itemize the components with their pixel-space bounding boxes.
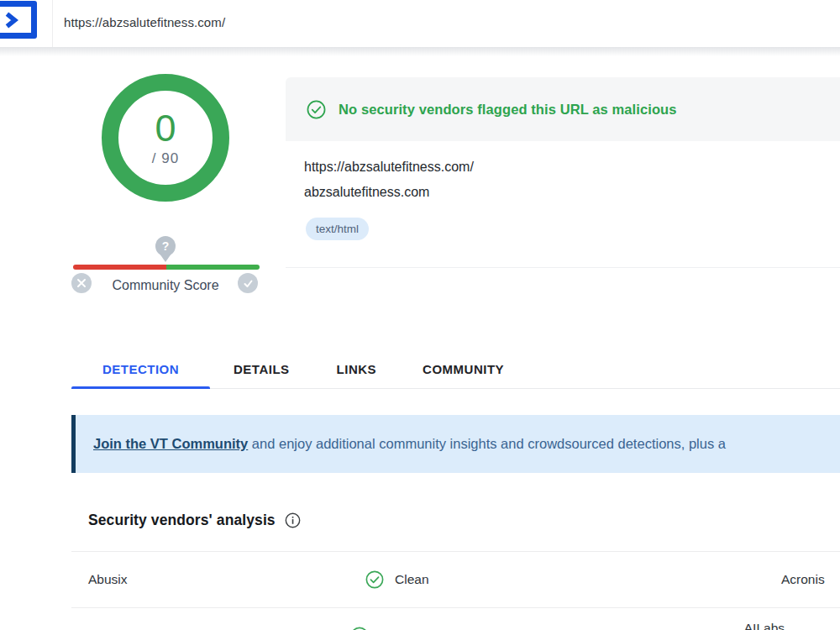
tab-links-label: LINKS: [337, 362, 377, 376]
report-tabs: DETECTION DETAILS LINKS COMMUNITY: [71, 350, 840, 389]
verdict-card: No security vendors flagged this URL as …: [286, 77, 840, 268]
active-tab-underline: [71, 386, 210, 389]
table-row: ADMINUSLabs Clean AILabs (MONITORAPP): [71, 608, 840, 630]
detection-score-widget: 0 / 90 ? Community Score: [71, 74, 265, 313]
scanned-domain[interactable]: abzsalutefitness.com: [304, 185, 429, 200]
verdict-header: No security vendors flagged this URL as …: [286, 77, 840, 141]
tab-community[interactable]: COMMUNITY: [406, 350, 521, 388]
topbar-shadow: [0, 47, 840, 56]
svg-text:?: ?: [162, 239, 170, 253]
result-label: Clean: [395, 572, 429, 587]
vendor-result: Clean: [365, 570, 781, 589]
join-community-banner: Join the VT Community and enjoy addition…: [71, 415, 840, 473]
vendor-name: Abusix: [88, 572, 365, 587]
tab-links[interactable]: LINKS: [320, 350, 394, 388]
scanned-url: https://abzsalutefitness.com/: [304, 160, 474, 175]
tab-detection[interactable]: DETECTION: [71, 350, 210, 388]
vendor-result: Clean: [350, 627, 743, 630]
vendor-analysis-table: Abusix Clean Acronis ADMINUSLabs Clean A…: [71, 551, 840, 630]
chevron-right-icon: [2, 11, 20, 29]
community-bar-negative: [73, 265, 166, 270]
topbar-divider: [52, 0, 53, 47]
tab-details-label: DETAILS: [234, 362, 290, 376]
join-vt-community-link[interactable]: Join the VT Community: [93, 436, 248, 451]
banner-text: Join the VT Community and enjoy addition…: [93, 436, 726, 452]
tab-detection-label: DETECTION: [102, 362, 179, 376]
clean-check-icon: [350, 627, 369, 630]
virustotal-url-report-page: https://abzsalutefitness.com/ 0 / 90 ? C…: [0, 0, 840, 630]
score-value: 0: [155, 109, 176, 147]
clean-check-icon: [307, 100, 326, 119]
info-icon[interactable]: [285, 512, 301, 528]
analysis-title: Security vendors' analysis: [88, 512, 276, 529]
community-score-pin-icon: ?: [155, 236, 176, 263]
content-type-badge: text/html: [306, 218, 369, 240]
community-score-bar: [73, 265, 260, 270]
community-bar-positive: [166, 265, 260, 270]
table-row: Abusix Clean Acronis: [71, 552, 840, 608]
verdict-divider: [286, 267, 840, 268]
tab-community-label: COMMUNITY: [423, 362, 504, 376]
analysis-heading: Security vendors' analysis: [88, 512, 301, 529]
score-ring: 0 / 90: [102, 74, 229, 202]
clean-check-icon: [365, 570, 384, 589]
banner-rest-text: and enjoy additional community insights …: [248, 436, 726, 451]
virustotal-logo[interactable]: [0, 1, 37, 39]
vendor-name: Acronis: [781, 572, 840, 587]
tab-details[interactable]: DETAILS: [217, 350, 307, 388]
vendor-name: AILabs (MONITORAPP): [744, 621, 840, 630]
url-search-input[interactable]: https://abzsalutefitness.com/: [64, 15, 820, 29]
top-bar: https://abzsalutefitness.com/: [0, 0, 840, 47]
score-denominator: / 90: [152, 150, 179, 167]
verdict-message: No security vendors flagged this URL as …: [339, 102, 677, 118]
community-score-label: Community Score: [71, 278, 260, 293]
